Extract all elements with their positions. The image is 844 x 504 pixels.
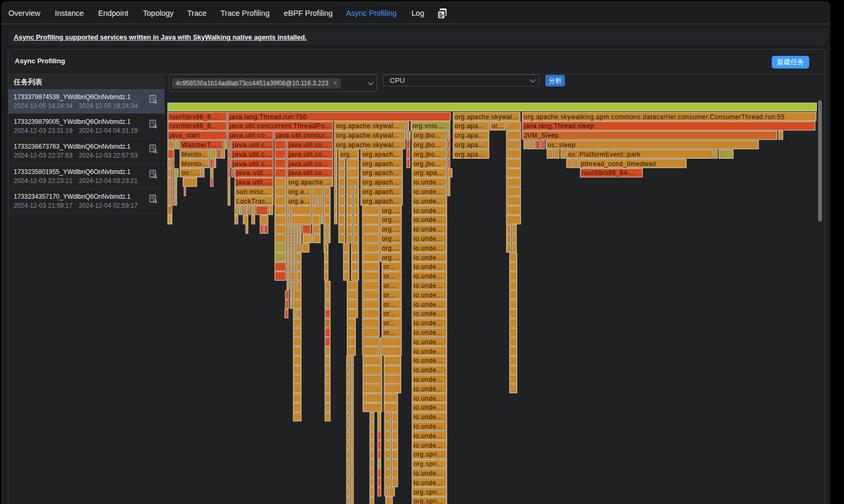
svg-text:or...: or... bbox=[383, 301, 396, 308]
svg-text:JVM_Sleep: JVM_Sleep bbox=[524, 132, 559, 139]
svg-text:io.unde...: io.unde... bbox=[414, 188, 443, 196]
svg-text:io.unde...: io.unde... bbox=[414, 442, 443, 449]
svg-text:or...: or... bbox=[383, 282, 396, 289]
svg-text:io.unde...: io.unde... bbox=[414, 470, 443, 477]
svg-text:or...: or... bbox=[383, 273, 396, 280]
svg-text:Monito...: Monito... bbox=[181, 160, 207, 168]
svg-text:org.apa...: org.apa... bbox=[414, 169, 443, 177]
svg-text:org....: org.... bbox=[382, 235, 400, 243]
svg-text:org.apache.skywal...: org.apache.skywal... bbox=[336, 141, 399, 149]
svg-text:io.unde...: io.unde... bbox=[414, 310, 443, 317]
svg-text:io.unde...: io.unde... bbox=[414, 282, 443, 289]
svg-text:org.spri...: org.spri... bbox=[414, 460, 443, 468]
svg-text:WatcherT...: WatcherT... bbox=[181, 141, 216, 149]
svg-text:org.apach...: org.apach... bbox=[362, 169, 399, 177]
svg-text:org.apach...: org.apach... bbox=[362, 198, 399, 205]
svg-text:org.apach...: org.apach... bbox=[362, 188, 399, 196]
svg-text:io.unde...: io.unde... bbox=[414, 338, 443, 346]
svg-text:io.unde...: io.unde... bbox=[414, 263, 443, 270]
svg-text:io.unde...: io.unde... bbox=[414, 273, 443, 280]
svg-text:java.util.c...: java.util.c... bbox=[232, 151, 272, 158]
svg-text:io.unde...: io.unde... bbox=[414, 179, 443, 186]
svg-text:org.a...: org.a... bbox=[289, 188, 310, 196]
svg-text:org....: org.... bbox=[340, 151, 357, 158]
svg-text:org....: org.... bbox=[382, 226, 400, 233]
svg-text:or...: or... bbox=[492, 122, 504, 130]
svg-text:io.unde...: io.unde... bbox=[414, 319, 443, 327]
svg-text:/usr/lib/x86_6...: /usr/lib/x86_6... bbox=[169, 113, 217, 121]
svg-text:org.jbo...: org.jbo... bbox=[414, 151, 441, 158]
svg-text:/usr/lib/x86_6...: /usr/lib/x86_6... bbox=[169, 122, 217, 130]
svg-text:java.util.co...: java.util.co... bbox=[288, 160, 328, 168]
svg-text:os::PlatformEvent::park: os::PlatformEvent::park bbox=[568, 151, 641, 158]
svg-text:org.jbo...: org.jbo... bbox=[414, 132, 441, 139]
svg-text:io.unde...: io.unde... bbox=[414, 292, 443, 299]
svg-text:org.jbo...: org.jbo... bbox=[414, 141, 441, 149]
svg-text:io.unde...: io.unde... bbox=[414, 235, 443, 243]
svg-text:io.unde...: io.unde... bbox=[414, 413, 443, 421]
svg-text:java.util.co...: java.util.co... bbox=[229, 132, 272, 139]
svg-text:java.util.co...: java.util.co... bbox=[288, 151, 328, 158]
svg-text:io.unde...: io.unde... bbox=[414, 198, 443, 205]
svg-text:io.unde...: io.unde... bbox=[414, 366, 443, 374]
svg-text:org.apa...: org.apa... bbox=[455, 122, 484, 130]
svg-text:pthread_cond_timedwait: pthread_cond_timedwait bbox=[581, 160, 656, 168]
svg-text:org.a...: org.a... bbox=[289, 198, 310, 205]
svg-text:io.unde...: io.unde... bbox=[414, 245, 443, 252]
svg-text:java.util....: java.util.... bbox=[236, 179, 272, 186]
svg-text:io.unde...: io.unde... bbox=[414, 226, 443, 233]
svg-text:io.unde...: io.unde... bbox=[414, 254, 443, 261]
svg-text:io.unde...: io.unde... bbox=[414, 385, 443, 393]
svg-text:org.apach...: org.apach... bbox=[362, 160, 399, 168]
svg-text:or...: or... bbox=[383, 319, 396, 327]
svg-text:java.lang.Thread.sleep: java.lang.Thread.sleep bbox=[523, 122, 594, 130]
svg-text:or...: or... bbox=[383, 263, 396, 270]
svg-text:org.apa...: org.apa... bbox=[455, 151, 484, 158]
svg-text:io.unde...: io.unde... bbox=[414, 479, 443, 487]
svg-text:org.apache.skywal...: org.apache.skywal... bbox=[336, 132, 399, 139]
svg-text:org.jbo...: org.jbo... bbox=[414, 160, 441, 168]
svg-text:org....: org.... bbox=[382, 207, 400, 215]
svg-text:LockTrac...: LockTrac... bbox=[236, 198, 272, 205]
svg-text:org....: org.... bbox=[382, 216, 400, 224]
svg-text:io.unde...: io.unde... bbox=[414, 207, 443, 215]
svg-text:io.unde...: io.unde... bbox=[414, 357, 443, 364]
svg-text:os::...: os::... bbox=[181, 169, 199, 177]
svg-text:org.apache.skywal...: org.apache.skywal... bbox=[455, 113, 518, 121]
svg-text:java.util.c...: java.util.c... bbox=[232, 141, 272, 149]
svg-text:io.unde...: io.unde... bbox=[414, 329, 443, 336]
svg-text:org.apach...: org.apach... bbox=[362, 179, 399, 186]
svg-text:sun.misc...: sun.misc... bbox=[236, 188, 270, 196]
svg-text:org....: org.... bbox=[382, 254, 400, 261]
svg-text:org.apa...: org.apa... bbox=[455, 132, 484, 139]
svg-text:os::sleep: os::sleep bbox=[548, 141, 576, 149]
svg-text:org.apa...: org.apa... bbox=[455, 141, 484, 149]
svg-text:java.util.co...: java.util.co... bbox=[288, 141, 328, 149]
svg-text:java.util.concur...: java.util.concur... bbox=[275, 132, 331, 139]
svg-text:Monito...: Monito... bbox=[181, 151, 207, 158]
svg-text:io.unde...: io.unde... bbox=[414, 216, 443, 224]
svg-text:org.apache.skywal...: org.apache.skywal... bbox=[336, 122, 399, 130]
svg-text:java.util.concurrent.ThreadPo.: java.util.concurrent.ThreadPo... bbox=[229, 122, 331, 130]
svg-text:java.lang.Thread.run:750: java.lang.Thread.run:750 bbox=[229, 113, 307, 121]
svg-text:org.spri...: org.spri... bbox=[414, 451, 443, 458]
svg-text:or...: or... bbox=[383, 310, 396, 317]
svg-text:io.unde...: io.unde... bbox=[414, 348, 443, 355]
svg-text:java.util....: java.util.... bbox=[236, 169, 272, 177]
svg-text:org.apache.skywalking.apm.comm: org.apache.skywalking.apm.commons.dataca… bbox=[524, 113, 785, 121]
svg-text:java.util.c...: java.util.c... bbox=[232, 160, 272, 168]
svg-text:java_start: java_start bbox=[169, 132, 200, 139]
svg-text:org.apache....: org.apache.... bbox=[289, 179, 331, 186]
svg-text:io.unde...: io.unde... bbox=[414, 432, 443, 440]
svg-text:org.spri...: org.spri... bbox=[414, 498, 443, 504]
svg-text:/usr/lib/x86_64-...: /usr/lib/x86_64-... bbox=[582, 169, 636, 177]
svg-text:or...: or... bbox=[383, 329, 396, 336]
svg-text:io.unde...: io.unde... bbox=[414, 301, 443, 308]
svg-text:io.unde...: io.unde... bbox=[414, 376, 443, 383]
svg-text:io.unde...: io.unde... bbox=[414, 395, 443, 402]
svg-text:or...: or... bbox=[383, 292, 396, 299]
svg-text:java.util.co...: java.util.co... bbox=[288, 169, 328, 177]
svg-text:org.spri...: org.spri... bbox=[414, 489, 443, 496]
svg-text:io.unde...: io.unde... bbox=[414, 423, 443, 430]
svg-text:io.unde...: io.unde... bbox=[414, 404, 443, 411]
